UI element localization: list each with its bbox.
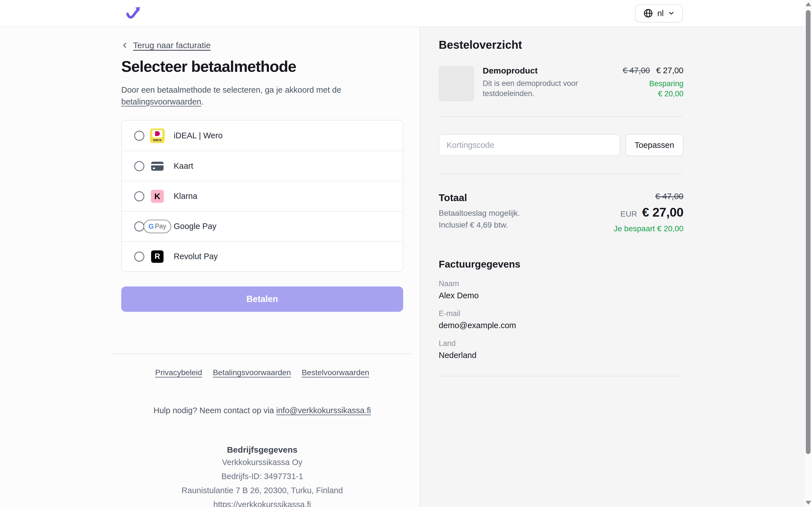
vat-note: Inclusief € 4,69 btw. bbox=[439, 220, 520, 230]
billing-field-value: demo@example.com bbox=[439, 321, 683, 330]
klarna-icon: K bbox=[151, 190, 164, 203]
language-selector[interactable]: nl bbox=[635, 4, 683, 22]
scrollbar-down-arrow[interactable] bbox=[806, 501, 811, 505]
divider bbox=[439, 376, 683, 376]
payment-option-label: Revolut Pay bbox=[174, 252, 218, 261]
revolut-pay-icon: R bbox=[151, 250, 163, 263]
terms-subtitle-period: . bbox=[201, 97, 204, 106]
order-summary-panel: Besteloverzicht Demoproduct Dit is een d… bbox=[419, 27, 812, 507]
product-row: Demoproduct Dit is een demoproduct voor … bbox=[439, 66, 683, 101]
back-to-billing-link[interactable]: Terug naar facturatie bbox=[121, 41, 211, 50]
surcharge-note: Betaaltoeslag mogelijk. bbox=[439, 208, 520, 219]
company-website: https://verkkokurssikassa.fi bbox=[121, 497, 403, 507]
billing-details: Factuurgegevens Naam Alex Demo E-mail de… bbox=[439, 258, 683, 360]
payment-selection-panel: Terug naar facturatie Selecteer betaalme… bbox=[0, 27, 419, 507]
privacy-policy-link[interactable]: Privacybeleid bbox=[155, 368, 202, 377]
pay-button[interactable]: Betalen bbox=[121, 286, 403, 312]
payment-option-label: Kaart bbox=[174, 161, 193, 171]
payment-option-google-pay[interactable]: GPay Google Pay bbox=[122, 211, 403, 241]
total-savings-note: Je bespaart € 20,00 bbox=[613, 224, 683, 233]
support-email-link[interactable]: info@verkkokurssikassa.fi bbox=[276, 406, 371, 415]
total-original-price: € 47,00 bbox=[613, 191, 683, 201]
company-address: Raunistulantie 7 B 26, 20300, Turku, Fin… bbox=[121, 483, 403, 497]
radio-google-pay[interactable] bbox=[134, 221, 144, 231]
payment-terms-footer-link[interactable]: Betalingsvoorwaarden bbox=[213, 368, 291, 377]
page-title: Selecteer betaalmethode bbox=[121, 57, 403, 75]
company-info-title: Bedrijfsgegevens bbox=[121, 445, 403, 455]
footer-divider bbox=[113, 353, 411, 354]
product-savings: Besparing € 20,00 bbox=[593, 78, 683, 99]
payment-option-revolut-pay[interactable]: R Revolut Pay bbox=[122, 241, 403, 271]
payment-option-label: iDEAL | Wero bbox=[174, 131, 223, 140]
terms-subtitle-line1: Door een betaalmethode te selecteren, ga… bbox=[121, 84, 403, 96]
product-thumbnail bbox=[439, 66, 474, 101]
total-amount: € 27,00 bbox=[642, 205, 683, 220]
checkmark-trend-arrow-icon bbox=[125, 5, 142, 21]
payment-method-list: wero iDEAL | Wero bbox=[121, 120, 403, 272]
back-link-label: Terug naar facturatie bbox=[133, 41, 211, 50]
terms-subtitle: Door een betaalmethode te selecteren, ga… bbox=[121, 84, 403, 108]
ideal-wero-icon: wero bbox=[150, 128, 165, 143]
product-description: Dit is een demoproduct voor testdoeleind… bbox=[483, 78, 578, 99]
billing-field-label: Naam bbox=[439, 279, 683, 288]
radio-revolut-pay[interactable] bbox=[134, 251, 144, 262]
billing-field-label: E-mail bbox=[439, 309, 683, 318]
radio-klarna[interactable] bbox=[134, 191, 144, 202]
payment-option-ideal-wero[interactable]: wero iDEAL | Wero bbox=[122, 121, 403, 151]
google-pay-icon: GPay bbox=[144, 220, 171, 233]
chevron-left-icon bbox=[121, 41, 129, 50]
top-bar: nl bbox=[0, 0, 812, 27]
scrollbar-thumb[interactable] bbox=[806, 10, 811, 454]
support-line: Hulp nodig? Neem contact op via info@ver… bbox=[121, 406, 403, 415]
payment-option-klarna[interactable]: K Klarna bbox=[122, 181, 403, 211]
radio-card[interactable] bbox=[134, 161, 144, 171]
total-section: Totaal Betaaltoeslag mogelijk. Inclusief… bbox=[439, 191, 683, 233]
divider bbox=[439, 116, 683, 117]
divider bbox=[439, 173, 683, 174]
apply-coupon-button[interactable]: Toepassen bbox=[625, 134, 683, 156]
coupon-section: Toepassen bbox=[439, 134, 683, 156]
currency-code: EUR bbox=[620, 210, 637, 219]
total-label: Totaal bbox=[439, 191, 520, 204]
language-code: nl bbox=[657, 9, 664, 18]
payment-terms-link[interactable]: betalingsvoorwaarden bbox=[121, 97, 201, 106]
globe-icon bbox=[643, 8, 653, 18]
product-original-price: € 47,00 bbox=[622, 66, 650, 75]
chevron-down-icon bbox=[668, 10, 675, 17]
radio-ideal-wero[interactable] bbox=[134, 131, 144, 141]
legal-links: Privacybeleid Betalingsvoorwaarden Beste… bbox=[121, 368, 403, 377]
billing-field-label: Land bbox=[439, 339, 683, 348]
company-business-id: Bedrijfs-ID: 3497731-1 bbox=[121, 469, 403, 483]
company-name: Verkkokurssikassa Oy bbox=[121, 455, 403, 469]
payment-option-card[interactable]: Kaart bbox=[122, 151, 403, 181]
company-info: Bedrijfsgegevens Verkkokurssikassa Oy Be… bbox=[121, 445, 403, 507]
order-summary-title: Besteloverzicht bbox=[439, 39, 683, 51]
billing-field-value: Alex Demo bbox=[439, 291, 683, 300]
scrollbar-up-arrow[interactable] bbox=[806, 2, 811, 6]
coupon-input[interactable] bbox=[439, 134, 620, 156]
card-icon bbox=[151, 161, 164, 171]
checkout-page: nl Terug naar facturatie Selecteer betaa… bbox=[0, 0, 812, 507]
order-terms-link[interactable]: Bestelvoorwaarden bbox=[302, 368, 369, 377]
product-name: Demoproduct bbox=[483, 66, 593, 75]
billing-title: Factuurgegevens bbox=[439, 258, 683, 270]
billing-field-value: Nederland bbox=[439, 351, 683, 360]
product-price: € 27,00 bbox=[656, 66, 683, 75]
terms-subtitle-line2: betalingsvoorwaarden. bbox=[121, 96, 403, 108]
scrollbar[interactable] bbox=[805, 0, 812, 507]
payment-option-label: Klarna bbox=[174, 191, 197, 201]
payment-option-label: Google Pay bbox=[174, 222, 216, 231]
